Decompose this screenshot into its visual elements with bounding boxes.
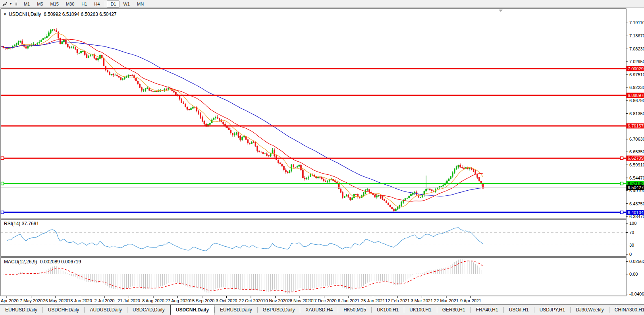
chart-tab-bar: EURUSD,DailyUSDCHF,DailyAUDUSD,DailyUSDC… xyxy=(0,304,644,315)
price-tick-label: 7.08230 xyxy=(629,46,644,51)
chart-tab-usoil-h1[interactable]: USOil,H1 xyxy=(504,305,534,315)
price-tick-label: 6.92230 xyxy=(629,85,644,90)
chart-title-symbol: USDCNH,Daily xyxy=(9,12,41,17)
chart-tab-audusd-daily[interactable]: AUDUSD,Daily xyxy=(85,305,127,315)
macd-level-label: -0.040687 xyxy=(629,292,644,296)
timeframe-button-mn[interactable]: MN xyxy=(133,0,147,8)
price-tick-label: 7.19110 xyxy=(629,20,644,25)
price-tick-label: 6.70630 xyxy=(629,137,644,141)
chart-tabs: EURUSD,DailyUSDCHF,DailyAUDUSD,DailyUSDC… xyxy=(0,305,644,315)
price-tag-label: 6.50427 xyxy=(628,185,644,190)
hline-handle-right[interactable] xyxy=(621,157,623,160)
timeframe-button-m5[interactable]: M5 xyxy=(33,0,46,8)
macd-level-label: 0.00 xyxy=(629,272,638,276)
hline-handle-left[interactable] xyxy=(1,157,4,160)
chart-tab-usdcad-daily[interactable]: USDCAD,Daily xyxy=(127,305,170,315)
date-tick-label: 18 Apr 2020 xyxy=(0,298,19,303)
chart-tab-dj30-weekly[interactable]: DJ30,Weekly xyxy=(571,305,609,315)
chart-tab-ger30-h1[interactable]: GER30,H1 xyxy=(437,305,470,315)
price-tick-label: 7.13670 xyxy=(629,33,644,38)
price-tag-label: 6.76157 xyxy=(628,124,644,128)
timeframe-toolbar: M1M5M15M30H1H4D1W1MN xyxy=(20,0,147,8)
rsi-axis: 10070300 xyxy=(626,221,636,257)
date-tick-label: 13 Jun 2020 xyxy=(68,298,92,303)
chart-tab-china300-h1[interactable]: CHINA300,H1 xyxy=(609,305,644,315)
hline-handle-right[interactable] xyxy=(621,211,623,214)
hline-handle-left[interactable] xyxy=(1,211,4,214)
date-tick-label: 21 Jul 2020 xyxy=(118,298,140,303)
date-tick-label: 12 Feb 2021 xyxy=(385,298,410,303)
chart-title-caret-icon[interactable]: ▼ xyxy=(3,12,7,16)
macd-pane xyxy=(1,257,626,296)
date-axis: 18 Apr 20207 May 202026 May 202013 Jun 2… xyxy=(0,296,481,303)
top-toolbar: ▼ M1M5M15M30H1H4D1W1MN xyxy=(0,0,644,8)
price-tag-label: 6.40104 xyxy=(628,210,644,215)
price-tick-label: 6.65350 xyxy=(629,149,644,154)
chart-scroll-icon xyxy=(2,1,8,7)
chart-tab-usdchf-daily[interactable]: USDCHF,Daily xyxy=(43,305,85,315)
price-tick-label: 6.81350 xyxy=(629,111,644,116)
hline-handle-right[interactable] xyxy=(621,182,623,185)
date-tick-label: 3 Mar 2021 xyxy=(411,298,433,303)
date-tick-label: 8 Aug 2020 xyxy=(142,298,164,303)
date-tick-label: 27 Aug 2020 xyxy=(166,298,190,303)
rsi-level-label: 30 xyxy=(629,243,634,247)
timeframe-button-d1[interactable]: D1 xyxy=(107,0,120,8)
date-tick-label: 28 Nov 2020 xyxy=(287,298,312,303)
main-price-pane xyxy=(1,9,626,219)
chart-tab-eurusd-daily[interactable]: EURUSD,Daily xyxy=(215,305,257,315)
date-tick-label: 22 Oct 2020 xyxy=(239,298,263,303)
price-tag-label: 7.00029 xyxy=(628,66,644,71)
chart-window[interactable]: 7.191107.136707.082307.029506.975106.922… xyxy=(0,8,644,304)
rsi-indicator-label: RSI(14) 37.7691 xyxy=(4,221,39,226)
chart-tab-xauusd-h4[interactable]: XAUUSD,H4 xyxy=(300,305,338,315)
chart-title-ohlc: 6.50992 6.51094 6.50263 6.50427 xyxy=(44,12,117,17)
chart-tab-usdcnh-daily[interactable]: USDCNH,Daily xyxy=(170,305,214,315)
price-tick-label: 6.97510 xyxy=(629,72,644,77)
price-axis: 7.191107.136707.082307.029506.975106.922… xyxy=(626,20,644,218)
price-tick-label: 6.43750 xyxy=(629,201,644,206)
chart-scroll-tool-button[interactable]: ▼ xyxy=(1,0,13,8)
macd-indicator-label: MACD(12,26,9) -0.002089 0.006719 xyxy=(4,259,81,265)
price-tick-label: 7.02950 xyxy=(629,59,644,64)
timeframe-button-m1[interactable]: M1 xyxy=(20,0,33,8)
date-tick-label: 7 May 2020 xyxy=(20,298,42,303)
rsi-level-label: 70 xyxy=(629,230,634,235)
price-tick-label: 6.86790 xyxy=(629,98,644,103)
hline-handle-left[interactable] xyxy=(1,182,4,185)
date-tick-label: 17 Dec 2020 xyxy=(312,298,336,303)
chart-tab-eurusd-daily[interactable]: EURUSD,Daily xyxy=(0,305,42,315)
timeframe-button-w1[interactable]: W1 xyxy=(120,0,133,8)
timeframe-button-h4[interactable]: H4 xyxy=(91,0,103,8)
chart-tab-uk100-h1[interactable]: UK100,H1 xyxy=(404,305,436,315)
chart-tab-usdjpy-h1[interactable]: USDJPY,H1 xyxy=(534,305,570,315)
dropdown-caret-icon[interactable]: ▼ xyxy=(9,2,12,6)
timeframe-button-h1[interactable]: H1 xyxy=(78,0,91,8)
date-tick-label: 26 May 2020 xyxy=(43,298,68,303)
toolbar-grip xyxy=(15,1,17,7)
rsi-level-label: 0 xyxy=(629,252,632,257)
chart-tab-gbpusd-daily[interactable]: GBPUSD,Daily xyxy=(258,305,300,315)
price-chart-canvas[interactable]: 7.191107.136707.082307.029506.975106.922… xyxy=(0,8,644,304)
timeframe-button-m15[interactable]: M15 xyxy=(46,0,62,8)
price-tag-label: 6.88897 xyxy=(628,93,644,98)
date-tick-label: 6 Jan 2021 xyxy=(338,298,359,303)
chart-tab-uk100-h1[interactable]: UK100,H1 xyxy=(372,305,404,315)
price-tick-label: 6.54470 xyxy=(629,176,644,180)
date-tick-label: 9 Apr 2021 xyxy=(460,298,481,303)
date-tick-label: 22 Mar 2021 xyxy=(434,298,459,303)
macd-axis: 0.0256230.00-0.040687 xyxy=(626,259,644,296)
date-tick-label: 15 Sep 2020 xyxy=(190,298,214,303)
toolbar-separator xyxy=(105,1,105,7)
date-tick-label: 25 Jan 2021 xyxy=(361,298,385,303)
date-tick-label: 2 Jul 2020 xyxy=(94,298,115,303)
chart-title-row: ▼USDCNH,Daily6.50992 6.51094 6.50263 6.5… xyxy=(3,12,117,17)
timeframe-button-m30[interactable]: M30 xyxy=(62,0,78,8)
date-tick-label: 10 Nov 2020 xyxy=(263,298,287,303)
chart-tab-hk50-m15[interactable]: HK50,M15 xyxy=(338,305,371,315)
date-tick-label: 3 Oct 2020 xyxy=(216,298,237,303)
macd-level-label: 0.025623 xyxy=(629,259,644,264)
price-tick-label: 6.59910 xyxy=(629,162,644,167)
rsi-pane xyxy=(1,219,626,257)
chart-tab-fra40-h1[interactable]: FRA40,H1 xyxy=(471,305,503,315)
